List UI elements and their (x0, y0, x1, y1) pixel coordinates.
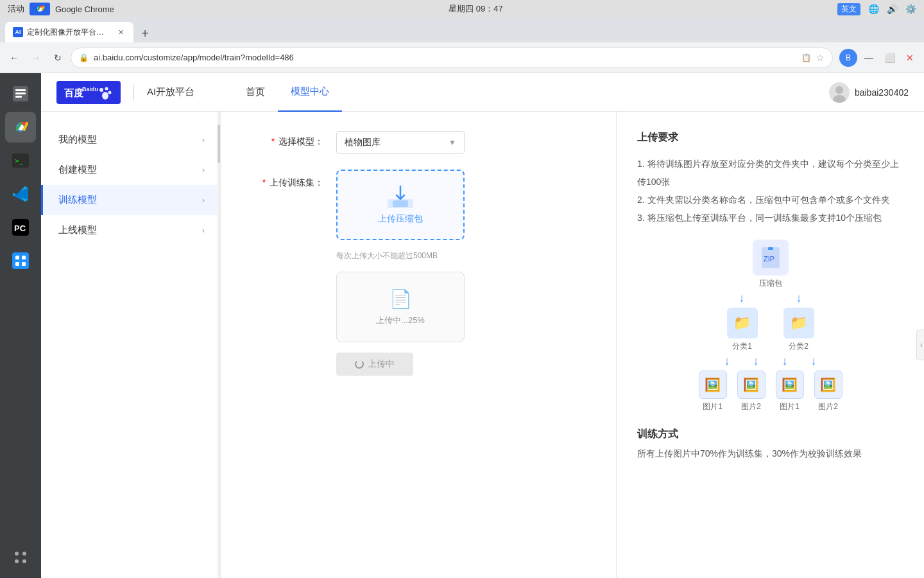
req-item-3: 3. 将压缩包上传至训练平台，同一训练集最多支持10个压缩包 (637, 209, 903, 227)
sub-arrow-4: ↓ (811, 355, 817, 368)
user-avatar (829, 82, 850, 103)
requirements-list: 1. 将待训练图片存放至对应分类的文件夹中，建议每个分类至少上传100张 2. … (637, 155, 903, 227)
new-tab-button[interactable]: + (136, 24, 154, 42)
tab-close-button[interactable]: ✕ (116, 27, 126, 37)
training-title: 训练方式 (637, 428, 903, 441)
menu-create-model[interactable]: 创建模型 › (41, 155, 220, 185)
scroll-thumb[interactable] (218, 125, 220, 163)
req-item-1: 1. 将待训练图片存放至对应分类的文件夹中，建议每个分类至少上传100张 (637, 155, 903, 191)
chrome-actions: B — ⬜ ✕ (839, 49, 919, 67)
maximize-button[interactable]: ⬜ (880, 49, 898, 67)
logo-divider (133, 85, 134, 100)
baidu-header: 百度 Baidu AI开放平台 首页 模型中心 (41, 73, 924, 112)
svg-point-24 (102, 92, 108, 100)
copy-icon[interactable]: 📋 (801, 53, 811, 62)
img-icon-3: 🖼️ (776, 371, 804, 399)
svg-point-18 (22, 559, 26, 563)
baidu-logo-img: 百度 Baidu (56, 81, 121, 104)
scroll-track (218, 112, 220, 578)
upload-control: 上传压缩包 每次上传大小不能超过500MB 📄 上传中...25% (336, 170, 578, 376)
tab-favicon: AI (13, 27, 23, 37)
training-desc: 所有上传图片中70%作为训练集，30%作为校验训练效果 (637, 446, 903, 462)
nav-home[interactable]: 首页 (233, 73, 278, 112)
img-label-1: 图片1 (703, 401, 723, 412)
img-box-1: 🖼️ 图片1 (699, 371, 727, 412)
svg-point-16 (22, 552, 26, 556)
user-name: baibai230402 (855, 87, 909, 98)
upload-zip-label: 上传压缩包 (378, 213, 423, 225)
menu-arrow-2: › (202, 196, 205, 205)
activities-label[interactable]: 活动 (8, 3, 24, 15)
diagram-sub-arrows: ↓ ↓ ↓ ↓ (724, 355, 817, 368)
reload-button[interactable]: ↻ (49, 49, 67, 67)
os-bar-right: 英文 🌐 🔊 ⚙️ (837, 3, 916, 15)
menu-train-model[interactable]: 训练模型 › (41, 185, 220, 215)
folder2-box: 📁 分类2 (783, 308, 814, 352)
main-layout: >_ PC (0, 73, 924, 578)
menu-arrow-0: › (202, 136, 205, 144)
left-menu: 我的模型 › 创建模型 › 训练模型 › 上线模型 › (41, 112, 221, 578)
svg-point-21 (99, 88, 103, 92)
menu-deploy-model[interactable]: 上线模型 › (41, 215, 220, 245)
page-inner: 我的模型 › 创建模型 › 训练模型 › 上线模型 › (41, 112, 924, 578)
language-indicator[interactable]: 英文 (837, 3, 860, 15)
sub-arrow-1: ↓ (724, 355, 730, 368)
structure-diagram: ZIP 压缩包 ↓ ↓ (637, 240, 903, 412)
sidebar-jetbrains-icon[interactable]: PC (5, 212, 36, 243)
diagram-top: ZIP 压缩包 (753, 240, 789, 289)
sidebar-vscode-icon[interactable] (5, 179, 36, 209)
profile-button[interactable]: B (839, 49, 857, 67)
minimize-button[interactable]: — (860, 49, 878, 67)
img-icon-1: 🖼️ (699, 371, 727, 399)
svg-rect-31 (768, 247, 773, 250)
diagram-folders: 📁 分类1 📁 分类2 (727, 308, 814, 352)
svg-rect-2 (15, 89, 26, 91)
svg-rect-14 (22, 262, 26, 266)
address-bar: ← → ↻ 🔒 📋 ☆ B — ⬜ ✕ (0, 42, 924, 73)
uploading-file-icon: 📄 (389, 288, 412, 310)
os-bar-left: 活动 Google Chrome (8, 3, 114, 15)
close-button[interactable]: ✕ (901, 49, 919, 67)
menu-arrow-1: › (202, 166, 205, 175)
svg-rect-3 (15, 92, 26, 94)
svg-rect-12 (22, 256, 26, 259)
model-select[interactable]: 植物图库 ▼ (336, 131, 465, 154)
folder1-label: 分类1 (732, 341, 752, 352)
sidebar-files-icon[interactable] (5, 78, 36, 109)
upload-submit-button[interactable]: 上传中 (336, 353, 413, 376)
svg-point-22 (105, 87, 108, 90)
img-label-4: 图片2 (818, 401, 838, 412)
lock-icon: 🔒 (79, 53, 89, 62)
address-input[interactable] (94, 53, 796, 62)
zip-icon: ZIP (753, 240, 789, 276)
nav-model-center[interactable]: 模型中心 (278, 73, 342, 112)
upload-row: * 上传训练集： (259, 170, 578, 376)
back-button[interactable]: ← (5, 49, 23, 67)
arrow-right: ↓ (796, 292, 802, 305)
sidebar-terminal-icon[interactable]: >_ (5, 145, 36, 176)
bookmark-icon[interactable]: ☆ (816, 53, 825, 63)
forward-button[interactable]: → (27, 49, 45, 67)
header-nav: 首页 模型中心 (233, 73, 829, 112)
collapse-right-panel-button[interactable]: ‹ (916, 329, 924, 360)
sub-arrow-3: ↓ (782, 355, 788, 368)
svg-text:Baidu: Baidu (82, 86, 98, 92)
menu-my-models[interactable]: 我的模型 › (41, 125, 220, 155)
upload-btn-label: 上传中 (368, 358, 395, 370)
svg-text:>_: >_ (15, 157, 24, 165)
zip-label: 压缩包 (759, 278, 782, 289)
chrome-icon[interactable] (30, 3, 50, 15)
sidebar-app-icon[interactable] (5, 245, 36, 276)
req-item-2: 2. 文件夹需以分类名称命名，压缩包中可包含单个或多个文件夹 (637, 191, 903, 209)
uploading-box: 📄 上传中...25% (336, 272, 465, 342)
upload-arrow-icon (388, 185, 413, 208)
img-label-3: 图片1 (780, 401, 800, 412)
power-icon: ⚙️ (905, 4, 916, 14)
show-apps-button[interactable] (5, 542, 36, 573)
active-tab[interactable]: AI 定制化图像开放平台… ✕ (5, 22, 133, 42)
upload-label: * 上传训练集： (259, 170, 323, 189)
upload-zip-box[interactable]: 上传压缩包 (336, 170, 465, 240)
svg-rect-13 (15, 262, 19, 266)
sidebar-chrome-icon[interactable] (5, 112, 36, 143)
svg-text:百度: 百度 (64, 87, 84, 98)
